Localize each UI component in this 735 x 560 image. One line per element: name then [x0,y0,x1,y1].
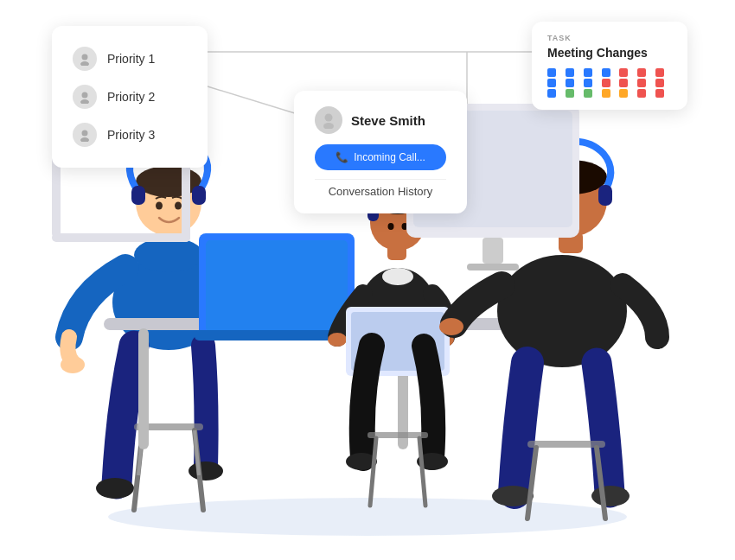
calendar-grid [547,68,672,98]
svg-rect-21 [192,186,206,205]
svg-point-15 [136,166,201,197]
svg-point-56 [497,255,627,367]
contact-name: Steve Smith [351,113,425,128]
priority-1-label: Priority 1 [107,52,155,66]
svg-point-5 [80,61,89,66]
cal-dot [655,89,664,98]
cal-dot [566,68,574,77]
svg-rect-35 [206,240,348,332]
svg-rect-32 [138,328,149,449]
svg-point-17 [134,238,203,272]
svg-rect-61 [598,185,612,206]
cal-dot [602,79,610,87]
task-title: Meeting Changes [547,46,672,60]
phone-icon: 📞 [336,151,348,163]
svg-point-64 [591,486,630,506]
cal-dot [547,89,556,98]
svg-point-9 [80,137,89,142]
priority-item-2: Priority 2 [73,78,187,116]
incoming-call-label: Incoming Call... [354,151,425,163]
cal-dot [584,68,592,77]
cal-dot [584,89,592,98]
cal-dot [547,68,556,77]
svg-point-6 [82,92,88,99]
svg-point-45 [388,223,394,230]
cal-dot [637,79,646,87]
contact-avatar [315,106,342,134]
priority-card: Priority 1 Priority 2 Priority 3 [52,26,208,168]
cal-dot [566,79,574,87]
svg-point-10 [325,114,333,122]
priority-3-avatar [73,123,97,147]
priority-item-3: Priority 3 [73,116,187,154]
contact-card: Steve Smith 📞 Incoming Call... Conversat… [294,91,467,213]
priority-3-label: Priority 3 [107,128,155,142]
incoming-call-button[interactable]: 📞 Incoming Call... [315,144,446,170]
cal-dot [547,79,556,87]
cal-dot [655,68,664,77]
contact-header: Steve Smith [315,106,446,134]
svg-point-25 [189,461,223,480]
svg-point-22 [156,202,163,210]
cal-dot [584,79,592,87]
svg-point-11 [323,123,334,129]
cal-dot [602,89,610,98]
svg-point-12 [108,498,627,536]
svg-point-62 [439,318,463,335]
svg-rect-42 [387,245,406,260]
svg-point-18 [61,356,85,373]
cal-dot [655,79,664,87]
priority-2-label: Priority 2 [107,90,155,104]
priority-item-1: Priority 1 [73,40,187,78]
svg-point-24 [96,478,134,499]
cal-dot [637,68,646,77]
svg-point-8 [82,130,88,137]
svg-rect-71 [467,264,519,270]
task-card: TASK Meeting Changes [532,22,687,110]
svg-rect-74 [52,233,190,242]
scene-container: Priority 1 Priority 2 Priority 3 Steve S… [0,0,735,560]
svg-rect-20 [131,186,145,205]
cal-dot [602,68,610,77]
cal-dot [619,68,628,77]
svg-point-47 [328,333,347,347]
cal-dot [637,89,646,98]
cal-dot [619,89,628,98]
svg-rect-70 [483,238,503,264]
task-tag: TASK [547,34,672,42]
cal-dot [566,89,574,98]
priority-2-avatar [73,85,97,109]
svg-point-23 [175,202,182,210]
conversation-history: Conversation History [315,179,446,198]
svg-point-38 [382,268,413,285]
cal-dot [619,79,628,87]
svg-rect-65 [527,441,605,448]
svg-point-4 [82,54,88,60]
priority-1-avatar [73,47,97,71]
svg-point-7 [80,99,89,104]
